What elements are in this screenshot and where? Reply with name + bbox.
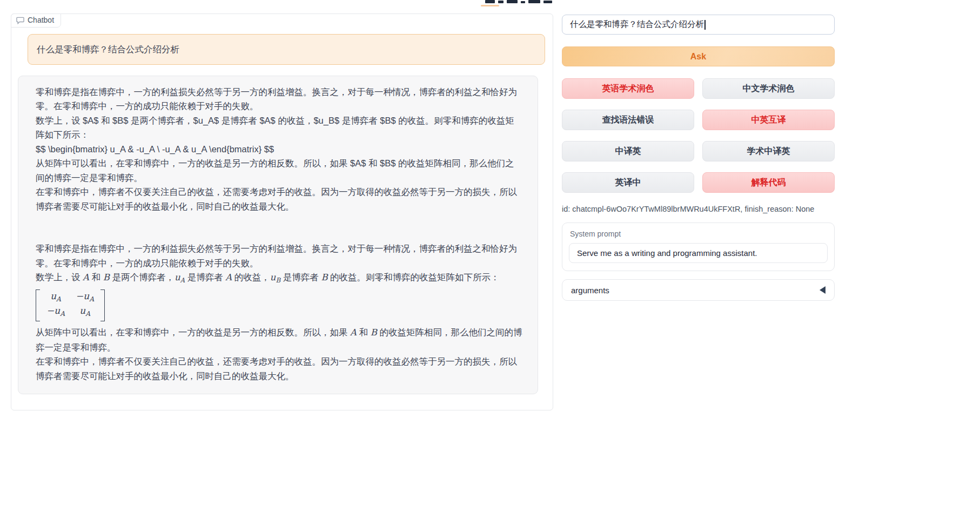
bot-paragraph-rendered: 零和博弈是指在博弈中，一方的利益损失必然等于另一方的利益增益。换言之，对于每一种… — [36, 241, 522, 270]
bot-paragraph-raw: 数学上，设 $A$ 和 $B$ 是两个博弈者，$u_A$ 是博弈者 $A$ 的收… — [36, 113, 522, 142]
system-prompt-group: System prompt Serve me as a writing and … — [562, 223, 835, 271]
math-token: A — [225, 272, 232, 282]
matrix-right-bracket — [100, 289, 105, 321]
bot-paragraph-rendered: 在零和博弈中，博弈者不仅要关注自己的收益，还需要考虑对手的收益。因为一方取得的收… — [36, 354, 522, 383]
user-message: 什么是零和博弈？结合公式介绍分析 — [28, 34, 545, 65]
glyph-fragment — [507, 0, 518, 3]
math-token: uB — [270, 272, 280, 282]
control-panel: 什么是零和博弈？结合公式介绍分析 Ask 英语学术润色中文学术润色查找语法错误中… — [562, 15, 835, 301]
math-token: B — [371, 327, 377, 338]
completion-id-text: id: chatcmpl-6wOo7KrYTwMl89lbrMWRu4UkFFX… — [562, 205, 835, 213]
arguments-accordion[interactable]: arguments — [562, 279, 835, 301]
quick-action-button-5[interactable]: 学术中译英 — [702, 141, 835, 161]
page-title-cutoff — [485, 0, 556, 7]
glyph-fragment — [521, 1, 525, 3]
math-token: B — [321, 272, 327, 282]
system-prompt-input[interactable]: Serve me as a writing and programming as… — [569, 243, 828, 263]
quick-action-grid: 英语学术润色中文学术润色查找语法错误中英互译中译英学术中译英英译中解释代码 — [562, 78, 835, 193]
math-token: A — [350, 327, 357, 338]
chatbot-label: Chatbot — [11, 14, 61, 28]
math-token: −uA — [76, 291, 94, 305]
bot-paragraph-rendered: 从矩阵中可以看出，在零和博弈中，一方的收益是另一方的相反数。所以，如果 A 和 … — [36, 325, 522, 354]
underline-fragment — [481, 5, 499, 6]
math-token: uA — [174, 272, 185, 282]
bot-message: 零和博弈是指在博弈中，一方的利益损失必然等于另一方的利益增益。换言之，对于每一种… — [18, 76, 538, 395]
bot-paragraph-raw: 在零和博弈中，博弈者不仅要关注自己的收益，还需要考虑对手的收益。因为一方取得的收… — [36, 185, 522, 213]
math-token: uA — [50, 291, 61, 305]
bot-paragraph-raw: 从矩阵中可以看出，在零和博弈中，一方的收益是另一方的相反数。所以，如果 $A$ … — [36, 156, 522, 185]
question-input[interactable]: 什么是零和博弈？结合公式介绍分析 — [562, 15, 835, 35]
glyph-fragment — [485, 0, 495, 3]
chat-bubble-icon — [16, 17, 24, 24]
blank-line — [36, 213, 522, 241]
quick-action-button-0[interactable]: 英语学术润色 — [562, 78, 694, 99]
ask-button[interactable]: Ask — [562, 46, 835, 66]
math-token: uA — [79, 305, 90, 320]
math-token: A — [83, 272, 89, 282]
user-message-text: 什么是零和博弈？结合公式介绍分析 — [37, 44, 179, 54]
system-prompt-label: System prompt — [569, 230, 828, 238]
chatbot-panel: Chatbot 什么是零和博弈？结合公式介绍分析 零和博弈是指在博弈中，一方的利… — [11, 14, 553, 410]
quick-action-button-1[interactable]: 中文学术润色 — [702, 78, 835, 99]
quick-action-button-2[interactable]: 查找语法错误 — [562, 110, 694, 130]
text-caret — [704, 20, 706, 30]
bot-paragraph-rendered: 数学上，设 A 和 B 是两个博弈者，uA 是博弈者 A 的收益，uB 是博弈者… — [36, 270, 522, 288]
math-token: B — [103, 272, 110, 282]
bot-paragraph-raw: $$ \begin{bmatrix} u_A & -u_A \ -u_A & u… — [36, 142, 522, 157]
glyph-fragment — [528, 0, 540, 3]
bot-message-rendered-block: 零和博弈是指在博弈中，一方的利益损失必然等于另一方的利益增益。换言之，对于每一种… — [36, 241, 522, 383]
math-token: −uA — [46, 305, 65, 320]
quick-action-button-7[interactable]: 解释代码 — [702, 172, 835, 193]
system-prompt-value: Serve me as a writing and programming as… — [577, 248, 757, 258]
bot-message-raw-block: 零和博弈是指在博弈中，一方的利益损失必然等于另一方的利益增益。换言之，对于每一种… — [36, 85, 522, 214]
question-input-value: 什么是零和博弈？结合公式介绍分析 — [570, 19, 704, 30]
accordion-collapse-icon — [820, 286, 825, 294]
rendered-matrix: uA−uA−uAuA — [36, 288, 522, 325]
chatbot-label-text: Chatbot — [28, 16, 54, 24]
quick-action-button-4[interactable]: 中译英 — [562, 141, 694, 161]
glyph-fragment — [498, 1, 504, 3]
glyph-fragment — [543, 1, 552, 3]
matrix-left-bracket — [36, 289, 40, 321]
accordion-label: arguments — [571, 286, 609, 295]
quick-action-button-6[interactable]: 英译中 — [562, 172, 694, 193]
bot-paragraph-raw: 零和博弈是指在博弈中，一方的利益损失必然等于另一方的利益增益。换言之，对于每一种… — [36, 85, 522, 113]
quick-action-button-3[interactable]: 中英互译 — [702, 110, 835, 130]
